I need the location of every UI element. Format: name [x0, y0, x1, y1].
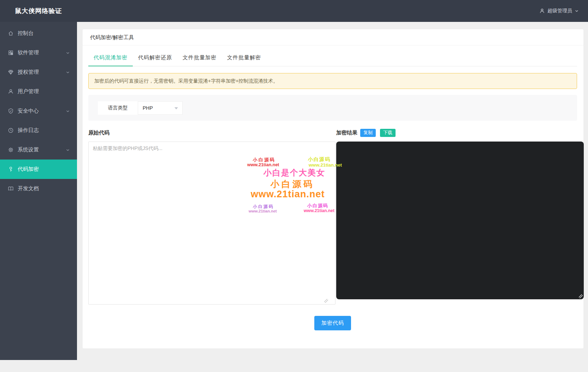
app-logo: 鼠大侠网络验证: [0, 7, 77, 15]
chevron-down-icon: [66, 70, 70, 74]
chevron-down-icon: [66, 109, 70, 113]
sidebar-item-users[interactable]: 用户管理: [0, 82, 77, 101]
shield-check-icon: [8, 108, 14, 114]
language-selected-value: PHP: [143, 105, 153, 111]
sidebar-item-label: 安全中心: [18, 108, 39, 114]
home-icon: [8, 30, 14, 37]
sidebar: 控制台 软件管理 授权管理 用户管理: [0, 22, 77, 360]
info-alert: 加密后的代码可直接运行，无需密钥。采用变量混淆+字符串加密+控制流混淆技术。: [88, 73, 577, 89]
tab-code-decrypt[interactable]: 代码解密还原: [133, 50, 177, 66]
language-select[interactable]: PHP: [138, 101, 183, 115]
language-panel: 语言类型 PHP: [88, 95, 577, 121]
clock-icon: [8, 127, 14, 134]
editors-row: [88, 142, 577, 305]
resize-handle[interactable]: [579, 294, 583, 298]
sidebar-item-authorization[interactable]: 授权管理: [0, 62, 77, 82]
select-caret-icon: [174, 107, 178, 109]
source-code-input[interactable]: [88, 142, 335, 305]
page-title: 代码加密/解密工具: [83, 29, 583, 46]
result-label: 加密结果: [336, 130, 357, 136]
sidebar-item-label: 操作日志: [18, 127, 39, 134]
editor-header-row: 原始代码 加密结果 复制 下载: [88, 126, 577, 139]
user-menu[interactable]: 超级管理员: [539, 8, 588, 14]
key-icon: [8, 166, 14, 173]
sidebar-item-label: 系统设置: [18, 146, 39, 153]
chevron-down-icon: [66, 51, 70, 55]
tool-card: 代码加密/解密工具 代码混淆加密 代码解密还原 文件批量加密 文件批量解密 加密…: [83, 29, 583, 348]
source-code-label: 原始代码: [88, 130, 336, 136]
tab-batch-decrypt[interactable]: 文件批量解密: [222, 50, 266, 66]
tab-bar: 代码混淆加密 代码解密还原 文件批量加密 文件批量解密: [88, 50, 577, 66]
action-row: 加密代码: [88, 316, 577, 330]
gem-icon: [8, 69, 14, 76]
result-output[interactable]: [336, 142, 584, 299]
sidebar-item-label: 授权管理: [18, 69, 39, 76]
sidebar-item-label: 控制台: [18, 30, 34, 37]
resize-handle[interactable]: [324, 299, 328, 303]
sidebar-item-software[interactable]: 软件管理: [0, 43, 77, 62]
download-button[interactable]: 下载: [380, 129, 396, 137]
result-header: 加密结果 复制 下载: [336, 129, 396, 137]
card-body: 代码混淆加密 代码解密还原 文件批量加密 文件批量解密 加密后的代码可直接运行，…: [83, 46, 583, 330]
sidebar-item-label: 软件管理: [18, 49, 39, 56]
chevron-down-icon: [575, 9, 579, 13]
main-content: 代码加密/解密工具 代码混淆加密 代码解密还原 文件批量加密 文件批量解密 加密…: [77, 22, 588, 348]
tab-code-obfuscate[interactable]: 代码混淆加密: [88, 50, 133, 66]
chevron-down-icon: [66, 148, 70, 152]
user-name: 超级管理员: [547, 8, 572, 14]
language-label: 语言类型: [98, 101, 138, 115]
apps-icon: [8, 50, 14, 56]
copy-button[interactable]: 复制: [360, 129, 376, 137]
sidebar-item-console[interactable]: 控制台: [0, 24, 77, 43]
sidebar-item-label: 开发文档: [18, 185, 39, 192]
sidebar-item-docs[interactable]: 开发文档: [0, 179, 77, 198]
person-icon: [539, 8, 545, 14]
sidebar-item-logs[interactable]: 操作日志: [0, 121, 77, 140]
sidebar-item-code-encrypt[interactable]: 代码加密: [0, 160, 77, 179]
book-icon: [8, 186, 14, 192]
gear-icon: [8, 147, 14, 153]
sidebar-item-label: 用户管理: [18, 88, 39, 95]
user-icon: [8, 89, 14, 95]
sidebar-item-security[interactable]: 安全中心: [0, 101, 77, 121]
sidebar-item-settings[interactable]: 系统设置: [0, 140, 77, 160]
topbar: 鼠大侠网络验证 超级管理员: [0, 0, 588, 22]
sidebar-item-label: 代码加密: [18, 166, 39, 173]
encrypt-button[interactable]: 加密代码: [314, 316, 351, 330]
tab-batch-encrypt[interactable]: 文件批量加密: [177, 50, 222, 66]
sidebar-menu: 控制台 软件管理 授权管理 用户管理: [0, 22, 77, 198]
